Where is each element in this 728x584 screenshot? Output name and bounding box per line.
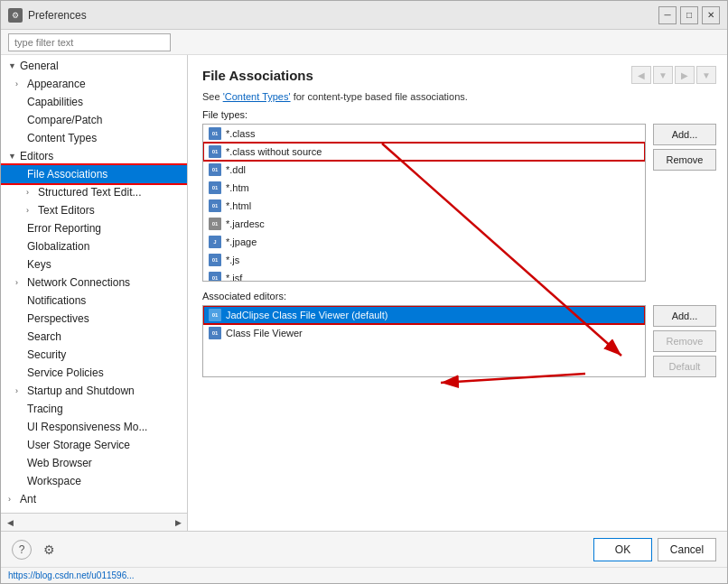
list-item-class[interactable]: 01 *.class [203, 125, 645, 143]
expand-icon-structured: › [26, 188, 35, 197]
tree-item-globalization[interactable]: Globalization [1, 237, 187, 255]
default-assoc-button[interactable]: Default [653, 356, 716, 377]
right-panel: File Associations ◀ ▼ ▶ ▼ See 'Content T… [188, 55, 727, 531]
tree-item-service-policies[interactable]: Service Policies [1, 364, 187, 382]
expand-icon-editors: ▼ [8, 152, 17, 161]
expand-icon-general: ▼ [8, 61, 17, 70]
file-icon: 01 [209, 181, 221, 194]
list-item-class-viewer[interactable]: 01 Class File Viewer [203, 324, 645, 342]
add-file-type-button[interactable]: Add... [653, 124, 716, 145]
toolbar [1, 30, 727, 55]
minimize-button[interactable]: ─ [658, 6, 677, 24]
tree-item-startup-shutdown[interactable]: › Startup and Shutdown [1, 382, 187, 400]
left-panel: ▼ General › Appearance Capabilities Comp… [1, 55, 188, 531]
file-icon: 01 [209, 163, 221, 176]
tree-item-editors[interactable]: ▼ Editors [1, 147, 187, 165]
tree-item-compare-patch[interactable]: Compare/Patch [1, 111, 187, 129]
file-types-buttons: Add... Remove [653, 124, 716, 282]
file-types-label: File types: [202, 109, 716, 120]
main-content: ▼ General › Appearance Capabilities Comp… [1, 55, 727, 531]
assoc-editors-label: Associated editors: [202, 291, 716, 301]
assoc-section: Associated editors: 01 JadClipse Class F… [202, 291, 716, 377]
title-bar: ⚙ Preferences ─ □ ✕ [1, 1, 727, 30]
expand-icon-ant: › [8, 495, 17, 504]
file-icon: 01 [209, 127, 221, 140]
list-item-jsf[interactable]: 01 *.jsf [203, 269, 645, 282]
search-input[interactable] [8, 33, 171, 51]
file-types-area: 01 *.class 01 *.class without source 01 … [202, 124, 716, 282]
tree-item-network-connections[interactable]: › Network Connections [1, 273, 187, 292]
left-scroll-area: ◀ ▶ [1, 513, 187, 531]
remove-assoc-button[interactable]: Remove [653, 330, 716, 352]
title-bar-left: ⚙ Preferences [8, 8, 87, 23]
file-icon: 01 [209, 254, 221, 266]
tree-item-security[interactable]: Security [1, 346, 187, 364]
tree-item-ui-responsiveness[interactable]: UI Responsiveness Mo... [1, 418, 187, 436]
tree-item-text-editors[interactable]: › Text Editors [1, 201, 187, 219]
file-icon-jadclipse: 01 [209, 309, 221, 321]
nav-buttons: ◀ ▼ ▶ ▼ [631, 66, 716, 84]
nav-forward-dropdown-button[interactable]: ▼ [696, 66, 716, 84]
tree-item-tracing[interactable]: Tracing [1, 400, 187, 418]
tree-item-ant[interactable]: › Ant [1, 490, 187, 508]
tree-item-keys[interactable]: Keys [1, 255, 187, 273]
list-item-js[interactable]: 01 *.js [203, 251, 645, 269]
content-types-link[interactable]: 'Content Types' [223, 91, 291, 102]
list-item-jardesc[interactable]: 01 *.jardesc [203, 215, 645, 233]
window-title: Preferences [28, 9, 87, 22]
description-text: See 'Content Types' for content-type bas… [202, 91, 716, 102]
tree-item-search[interactable]: Search [1, 328, 187, 346]
scroll-left-button[interactable]: ◀ [1, 514, 19, 532]
bottom-right: OK Cancel [593, 538, 716, 561]
tree-item-web-browser[interactable]: Web Browser [1, 454, 187, 472]
preferences-window: ⚙ Preferences ─ □ ✕ ▼ General › Ap [0, 0, 728, 584]
list-item-ddl[interactable]: 01 *.ddl [203, 161, 645, 179]
assoc-area: 01 JadClipse Class File Viewer (default)… [202, 305, 716, 377]
file-icon-class-viewer: 01 [209, 327, 221, 339]
status-bar: https://blog.csdn.net/u011596... [1, 567, 727, 583]
tree-item-general[interactable]: ▼ General [1, 57, 187, 75]
cancel-button[interactable]: Cancel [658, 538, 716, 561]
list-item-htm[interactable]: 01 *.htm [203, 179, 645, 197]
nav-dropdown-button[interactable]: ▼ [653, 66, 673, 84]
tree-item-notifications[interactable]: Notifications [1, 292, 187, 310]
expand-icon-text-editors: › [26, 206, 35, 215]
expand-icon-appearance: › [15, 79, 24, 88]
tree-item-error-reporting[interactable]: Error Reporting [1, 219, 187, 237]
assoc-buttons: Add... Remove Default [653, 305, 716, 377]
title-buttons: ─ □ ✕ [658, 6, 720, 24]
tree-item-perspectives[interactable]: Perspectives [1, 310, 187, 328]
file-icon: J [209, 236, 221, 248]
remove-file-type-button[interactable]: Remove [653, 149, 716, 171]
list-item-jpage[interactable]: J *.jpage [203, 233, 645, 251]
tree-item-user-storage[interactable]: User Storage Service [1, 436, 187, 454]
tree-item-file-associations[interactable]: File Associations [1, 165, 187, 183]
list-item-jadclipse[interactable]: 01 JadClipse Class File Viewer (default) [203, 306, 645, 324]
list-item-html[interactable]: 01 *.html [203, 197, 645, 215]
file-icon: 01 [209, 199, 221, 212]
add-assoc-button[interactable]: Add... [653, 305, 716, 327]
tree-item-content-types[interactable]: Content Types [1, 129, 187, 147]
scroll-right-button[interactable]: ▶ [169, 514, 187, 532]
file-icon: 01 [209, 272, 221, 282]
tree-item-appearance[interactable]: › Appearance [1, 75, 187, 93]
file-icon: 01 [209, 145, 221, 158]
list-item-class-no-source[interactable]: 01 *.class without source [203, 143, 645, 161]
assoc-editors-list[interactable]: 01 JadClipse Class File Viewer (default)… [202, 305, 646, 377]
nav-back-button[interactable]: ◀ [631, 66, 651, 84]
panel-title: File Associations [202, 68, 313, 83]
status-url: https://blog.csdn.net/u011596... [8, 570, 135, 580]
nav-forward-button[interactable]: ▶ [675, 66, 695, 84]
tree-item-capabilities[interactable]: Capabilities [1, 93, 187, 111]
tree-item-structured-text[interactable]: › Structured Text Edit... [1, 183, 187, 201]
maximize-button[interactable]: □ [680, 6, 698, 24]
window-icon: ⚙ [8, 8, 23, 23]
file-types-list[interactable]: 01 *.class 01 *.class without source 01 … [202, 124, 646, 282]
panel-header: File Associations ◀ ▼ ▶ ▼ [202, 66, 716, 84]
ok-button[interactable]: OK [593, 538, 652, 561]
close-button[interactable]: ✕ [702, 6, 720, 24]
tree-item-workspace[interactable]: Workspace [1, 472, 187, 490]
preferences-settings-button[interactable]: ⚙ [39, 540, 59, 560]
tree-container[interactable]: ▼ General › Appearance Capabilities Comp… [1, 55, 187, 513]
help-button[interactable]: ? [12, 540, 32, 560]
